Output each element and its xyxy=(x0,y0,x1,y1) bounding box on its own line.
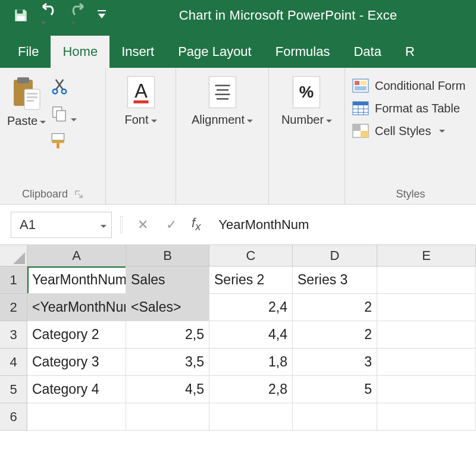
cell-C3[interactable]: 4,4 xyxy=(209,321,293,349)
group-clipboard: Paste Clipboard xyxy=(0,68,106,204)
cut-button[interactable] xyxy=(51,77,77,98)
redo-button[interactable] xyxy=(68,3,88,28)
svg-rect-2 xyxy=(98,10,106,11)
cell-E5[interactable] xyxy=(377,376,476,403)
cell-A2[interactable]: <YearMonthNumber> xyxy=(27,294,126,321)
cell-A4[interactable]: Category 3 xyxy=(27,349,126,376)
tab-review[interactable]: R xyxy=(393,36,427,68)
tab-home[interactable]: Home xyxy=(51,36,109,68)
undo-button[interactable] xyxy=(38,3,58,28)
cell-B5[interactable]: 4,5 xyxy=(126,376,209,403)
svg-rect-18 xyxy=(209,77,236,108)
cell-A3[interactable]: Category 2 xyxy=(27,321,126,349)
worksheet-grid[interactable]: A B C D E 1 YearMonthNumber Sales Series… xyxy=(0,245,476,431)
col-head-A[interactable]: A xyxy=(27,245,126,266)
cell-D1[interactable]: Series 3 xyxy=(293,266,377,294)
group-label-alignment xyxy=(183,198,261,200)
confirm-edit-icon[interactable]: ✓ xyxy=(159,217,183,233)
col-head-C[interactable]: C xyxy=(209,245,293,266)
format-painter-button[interactable] xyxy=(51,132,77,152)
svg-rect-14 xyxy=(52,140,64,143)
customize-qat-icon[interactable] xyxy=(98,10,106,21)
format-as-table-button[interactable]: Format as Table xyxy=(352,101,460,115)
svg-rect-0 xyxy=(17,10,23,14)
cell-E1[interactable] xyxy=(377,266,476,294)
cell-D3[interactable]: 2 xyxy=(293,321,377,349)
svg-rect-5 xyxy=(24,89,40,109)
svg-rect-36 xyxy=(353,124,361,131)
cell-B6[interactable] xyxy=(126,403,209,431)
number-button[interactable]: % Number xyxy=(281,75,332,127)
row-head-1[interactable]: 1 xyxy=(0,266,27,294)
cell-D4[interactable]: 3 xyxy=(293,349,377,376)
window-title: Chart in Microsoft PowerPoint - Exce xyxy=(106,8,476,23)
group-label-clipboard: Clipboard xyxy=(22,188,68,200)
group-number: % Number xyxy=(269,68,345,204)
tab-data[interactable]: Data xyxy=(342,36,393,68)
font-button[interactable]: A Font xyxy=(124,75,156,127)
row-head-2[interactable]: 2 xyxy=(0,294,27,321)
cell-C4[interactable]: 1,8 xyxy=(209,349,293,376)
fx-icon[interactable]: fx xyxy=(188,215,204,233)
tab-file[interactable]: File xyxy=(0,36,51,68)
cancel-edit-icon[interactable]: ✕ xyxy=(131,217,155,233)
cell-E2[interactable] xyxy=(377,294,476,321)
row-head-4[interactable]: 4 xyxy=(0,349,27,376)
number-label: Number xyxy=(281,113,332,127)
group-label-styles: Styles xyxy=(396,188,425,200)
svg-point-9 xyxy=(53,89,58,94)
dialog-launcher-icon[interactable] xyxy=(75,190,83,199)
cell-E4[interactable] xyxy=(377,349,476,376)
cell-styles-button[interactable]: Cell Styles xyxy=(352,124,445,138)
cell-C5[interactable]: 2,8 xyxy=(209,376,293,403)
cell-C2[interactable]: 2,4 xyxy=(209,294,293,321)
svg-rect-12 xyxy=(57,111,65,121)
cell-E6[interactable] xyxy=(377,403,476,431)
cell-E3[interactable] xyxy=(377,321,476,349)
alignment-button[interactable]: Alignment xyxy=(192,75,253,127)
group-styles: Conditional Form Format as Table Cell St… xyxy=(345,68,476,204)
svg-rect-37 xyxy=(361,131,368,137)
select-all-button[interactable] xyxy=(0,245,27,266)
cell-D5[interactable]: 5 xyxy=(293,376,377,403)
svg-rect-1 xyxy=(17,16,25,21)
conditional-formatting-button[interactable]: Conditional Form xyxy=(352,79,465,93)
copy-button[interactable] xyxy=(51,105,77,125)
cell-B1[interactable]: Sales xyxy=(126,266,209,294)
row-head-6[interactable]: 6 xyxy=(0,403,27,431)
col-head-B[interactable]: B xyxy=(126,245,209,266)
cell-A6[interactable] xyxy=(27,403,126,431)
ribbon-tabs: File Home Insert Page Layout Formulas Da… xyxy=(0,31,476,68)
cell-B4[interactable]: 3,5 xyxy=(126,349,209,376)
name-box[interactable]: A1 xyxy=(11,212,112,238)
chevron-down-icon[interactable] xyxy=(98,217,107,233)
col-head-D[interactable]: D xyxy=(293,245,377,266)
cell-A5[interactable]: Category 4 xyxy=(27,376,126,403)
tab-insert[interactable]: Insert xyxy=(109,36,166,68)
svg-rect-17 xyxy=(133,101,148,104)
paste-label: Paste xyxy=(7,114,46,128)
cell-D6[interactable] xyxy=(293,403,377,431)
tab-formulas[interactable]: Formulas xyxy=(264,36,342,68)
alignment-label: Alignment xyxy=(192,113,253,127)
col-head-E[interactable]: E xyxy=(377,245,476,266)
cell-B2[interactable]: <Sales> xyxy=(126,294,209,321)
formula-bar: A1 ✕ ✓ fx YearMonthNum xyxy=(0,205,476,245)
group-font: A Font xyxy=(106,68,176,204)
conditional-formatting-label: Conditional Form xyxy=(375,79,465,93)
paste-button[interactable]: Paste xyxy=(7,75,46,128)
row-head-3[interactable]: 3 xyxy=(0,321,27,349)
cell-A1[interactable]: YearMonthNumber xyxy=(27,266,126,294)
row-head-5[interactable]: 5 xyxy=(0,376,27,403)
save-icon[interactable] xyxy=(13,8,29,23)
cell-D2[interactable]: 2 xyxy=(293,294,377,321)
tab-page-layout[interactable]: Page Layout xyxy=(166,36,264,68)
cell-C6[interactable] xyxy=(209,403,293,431)
svg-rect-8 xyxy=(27,100,34,102)
name-box-value: A1 xyxy=(20,217,36,233)
format-as-table-label: Format as Table xyxy=(375,102,460,115)
cell-B3[interactable]: 2,5 xyxy=(126,321,209,349)
cell-C1[interactable]: Series 2 xyxy=(209,266,293,294)
svg-rect-28 xyxy=(355,86,367,90)
formula-input[interactable]: YearMonthNum xyxy=(209,217,470,233)
